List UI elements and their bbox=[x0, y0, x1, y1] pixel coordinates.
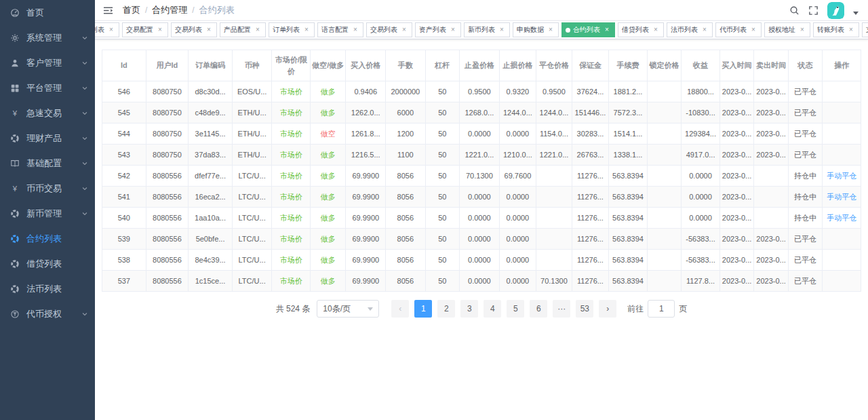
sidebar-item[interactable]: 基础配置 bbox=[0, 151, 95, 176]
next-page-button[interactable]: › bbox=[599, 300, 616, 318]
sidebar-item[interactable]: 合约列表 bbox=[0, 226, 95, 251]
column-header: 买入价格 bbox=[346, 50, 386, 81]
goto-page-input[interactable] bbox=[648, 300, 675, 318]
table-cell: 已平仓 bbox=[788, 102, 822, 123]
close-icon[interactable]: × bbox=[351, 26, 359, 34]
close-icon[interactable]: × bbox=[400, 26, 408, 34]
fullscreen-icon[interactable] bbox=[808, 5, 818, 16]
table-cell: 5e0bfe... bbox=[189, 229, 233, 250]
tab-label: 订单列表 bbox=[273, 25, 300, 35]
avatar-dropdown-caret[interactable] bbox=[853, 12, 859, 15]
table-cell: 563.8394 bbox=[609, 208, 648, 229]
tab-item[interactable]: 法币列表× bbox=[667, 22, 713, 37]
table-cell: 11276... bbox=[572, 250, 609, 271]
tab-item[interactable]: 交易配置× bbox=[122, 22, 168, 37]
tab-item[interactable]: 支付方式× bbox=[862, 22, 868, 37]
page-button[interactable]: 5 bbox=[507, 300, 524, 318]
tab-item[interactable]: 资产列表× bbox=[415, 22, 461, 37]
table-cell: 37624... bbox=[572, 81, 609, 102]
tab-item[interactable]: 交易列表× bbox=[366, 22, 412, 37]
close-icon[interactable]: × bbox=[156, 26, 164, 34]
sidebar-item[interactable]: 借贷列表 bbox=[0, 251, 95, 276]
table-row: 5458080750c48de9...ETH/U...市场价做多1262.0..… bbox=[102, 102, 861, 123]
page-button[interactable]: 2 bbox=[437, 300, 455, 318]
close-icon[interactable]: × bbox=[302, 26, 311, 34]
close-icon[interactable]: × bbox=[603, 26, 611, 34]
table-cell: 546 bbox=[102, 81, 146, 102]
tab-item[interactable]: 产品配置× bbox=[220, 22, 266, 37]
tab-item[interactable]: 订单列表× bbox=[269, 22, 315, 37]
close-icon[interactable]: × bbox=[254, 26, 262, 34]
tab-item[interactable]: 新币列表× bbox=[464, 22, 510, 37]
sidebar-item[interactable]: 理财产品 bbox=[0, 126, 95, 151]
sidebar-item[interactable]: ¥急速交易 bbox=[0, 100, 95, 126]
table-cell: 50 bbox=[425, 208, 459, 229]
avatar[interactable] bbox=[827, 2, 844, 19]
active-dot bbox=[566, 28, 570, 33]
close-icon[interactable]: × bbox=[205, 26, 213, 34]
sidebar-item[interactable]: 平台管理 bbox=[0, 75, 95, 100]
close-icon[interactable]: × bbox=[498, 26, 506, 34]
tab-item[interactable]: 语言配置× bbox=[317, 22, 363, 37]
sidebar-item[interactable]: 首页 bbox=[0, 0, 95, 25]
close-icon[interactable]: × bbox=[449, 26, 457, 34]
column-header: 收益 bbox=[682, 50, 720, 81]
table-cell: 1221.0... bbox=[536, 145, 572, 166]
sidebar-item[interactable]: 系统管理 bbox=[0, 25, 95, 50]
tab-item[interactable]: 代币列表× bbox=[715, 22, 762, 37]
sidebar-toggle-icon[interactable] bbox=[103, 5, 113, 16]
table-cell: -10830... bbox=[682, 102, 720, 123]
sidebar-item[interactable]: 法币列表 bbox=[0, 276, 95, 301]
ring-icon bbox=[9, 233, 20, 244]
sidebar-item[interactable]: 新币管理 bbox=[0, 201, 95, 226]
table-cell: 1221.0... bbox=[460, 145, 500, 166]
page-button[interactable]: 3 bbox=[460, 300, 478, 318]
table-cell: 做多 bbox=[310, 187, 346, 208]
sidebar-menu: 首页系统管理客户管理平台管理¥急速交易理财产品基础配置¥币币交易新币管理合约列表… bbox=[0, 0, 95, 326]
page-button[interactable]: 4 bbox=[484, 300, 501, 318]
table-cell: 8056 bbox=[386, 208, 426, 229]
page-button[interactable]: 6 bbox=[530, 300, 547, 318]
close-icon[interactable]: × bbox=[749, 26, 757, 34]
close-icon[interactable]: × bbox=[652, 26, 660, 34]
close-icon[interactable]: × bbox=[847, 26, 855, 34]
table-row: 53780805561c15ce...LTC/U...市场价做多69.99008… bbox=[102, 271, 861, 292]
table-cell bbox=[536, 229, 572, 250]
close-icon[interactable]: × bbox=[701, 26, 709, 34]
content-area: Id用户Id订单编码币种市场价/限价做空/做多买入价格手数杠杆止盈价格止损价格平… bbox=[95, 39, 868, 318]
close-icon[interactable]: × bbox=[798, 26, 806, 34]
prev-page-button[interactable]: ‹ bbox=[391, 300, 409, 318]
search-icon[interactable] bbox=[789, 5, 800, 16]
tab-item[interactable]: 申购数据× bbox=[513, 22, 559, 37]
table-cell: 持仓中 bbox=[788, 208, 822, 229]
page-size-select[interactable]: 10条/页 bbox=[317, 300, 379, 318]
table-cell bbox=[647, 166, 681, 187]
manual-close-link[interactable]: 手动平仓 bbox=[827, 193, 856, 201]
tab-item[interactable]: 借贷列表× bbox=[618, 22, 664, 37]
breadcrumb-home[interactable]: 首页 bbox=[123, 4, 140, 16]
close-icon[interactable]: × bbox=[107, 26, 115, 34]
manual-close-link[interactable]: 手动平仓 bbox=[827, 214, 856, 222]
breadcrumb-section[interactable]: 合约管理 bbox=[152, 4, 187, 16]
tab-label: 产品配置 bbox=[224, 25, 251, 35]
close-icon[interactable]: × bbox=[547, 26, 555, 34]
tab-item[interactable]: 授权地址× bbox=[764, 22, 810, 37]
sidebar-item[interactable]: ¥币币交易 bbox=[0, 176, 95, 201]
sidebar-item[interactable]: 代币授权 bbox=[0, 301, 95, 326]
tab-item[interactable]: 交易列表× bbox=[171, 22, 217, 37]
page-button[interactable]: 53 bbox=[576, 300, 593, 318]
tab-item[interactable]: 合约列表× bbox=[561, 22, 615, 37]
table-cell: 3e1145... bbox=[189, 123, 233, 145]
table-head: Id用户Id订单编码币种市场价/限价做空/做多买入价格手数杠杆止盈价格止损价格平… bbox=[102, 50, 861, 81]
column-header: 订单编码 bbox=[189, 50, 233, 81]
tab-item[interactable]: 列表× bbox=[95, 22, 119, 37]
table-cell: 563.8394 bbox=[609, 187, 648, 208]
tab-label: 资产列表 bbox=[419, 25, 446, 35]
more-pages-button[interactable]: ··· bbox=[553, 300, 570, 318]
page-button[interactable]: 1 bbox=[414, 300, 432, 318]
table-cell: 1200 bbox=[386, 123, 426, 145]
table-cell bbox=[823, 123, 861, 145]
sidebar-item[interactable]: 客户管理 bbox=[0, 50, 95, 75]
manual-close-link[interactable]: 手动平仓 bbox=[827, 172, 856, 180]
tab-item[interactable]: 转账列表× bbox=[813, 22, 859, 37]
